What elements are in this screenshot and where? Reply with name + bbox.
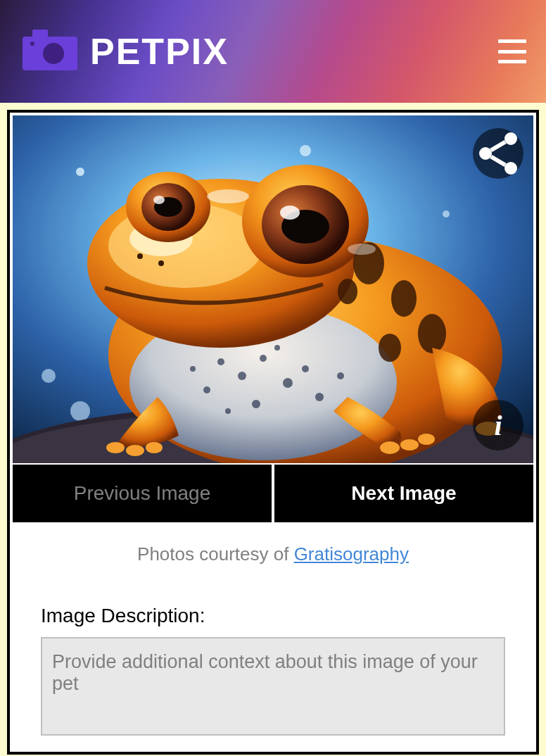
svg-point-3 bbox=[30, 42, 34, 46]
svg-point-26 bbox=[190, 366, 196, 372]
next-image-button[interactable]: Next Image bbox=[274, 465, 533, 522]
photo-credit-prefix: Photos courtesy of bbox=[137, 543, 294, 565]
svg-point-47 bbox=[418, 434, 435, 445]
svg-point-42 bbox=[418, 314, 446, 353]
share-button[interactable] bbox=[473, 128, 523, 179]
description-block: Image Description: bbox=[13, 605, 533, 738]
svg-point-35 bbox=[153, 196, 165, 204]
image-nav-row: Previous Image Next Image bbox=[13, 465, 533, 522]
svg-point-56 bbox=[504, 132, 517, 145]
svg-point-21 bbox=[203, 386, 210, 393]
svg-point-19 bbox=[260, 355, 267, 362]
svg-point-23 bbox=[252, 400, 260, 408]
svg-point-49 bbox=[126, 445, 144, 456]
svg-point-46 bbox=[400, 439, 419, 451]
info-icon: i bbox=[494, 409, 502, 442]
svg-point-58 bbox=[504, 162, 517, 175]
svg-point-24 bbox=[225, 408, 231, 414]
photo-credit-link[interactable]: Gratisography bbox=[294, 543, 409, 565]
svg-point-20 bbox=[283, 378, 293, 388]
svg-point-54 bbox=[207, 189, 249, 203]
svg-point-43 bbox=[379, 334, 401, 362]
svg-point-39 bbox=[280, 206, 300, 220]
svg-point-9 bbox=[70, 401, 90, 421]
svg-point-25 bbox=[315, 393, 324, 401]
camera-icon bbox=[23, 30, 77, 73]
svg-point-18 bbox=[238, 372, 246, 380]
svg-point-27 bbox=[337, 372, 344, 379]
svg-point-52 bbox=[137, 253, 143, 259]
svg-point-55 bbox=[348, 244, 376, 255]
svg-point-50 bbox=[146, 442, 163, 453]
svg-point-2 bbox=[43, 43, 64, 64]
svg-point-48 bbox=[106, 442, 125, 453]
photo-credit: Photos courtesy of Gratisography bbox=[13, 543, 533, 565]
svg-point-22 bbox=[302, 365, 309, 372]
logo-wrap: PETPIX bbox=[23, 30, 229, 73]
svg-point-8 bbox=[42, 369, 56, 383]
app-header: PETPIX bbox=[0, 0, 546, 103]
hamburger-menu-button[interactable] bbox=[498, 39, 526, 63]
svg-point-57 bbox=[479, 147, 492, 160]
brand-title: PETPIX bbox=[90, 30, 229, 73]
svg-point-41 bbox=[391, 280, 417, 317]
svg-rect-1 bbox=[32, 30, 48, 39]
info-button[interactable]: i bbox=[473, 400, 523, 451]
previous-image-button: Previous Image bbox=[13, 465, 272, 522]
image-card: i Previous Image Next Image Photos court… bbox=[7, 110, 539, 755]
svg-point-45 bbox=[380, 441, 400, 454]
description-input[interactable] bbox=[41, 637, 505, 736]
svg-point-53 bbox=[158, 260, 164, 266]
svg-point-6 bbox=[300, 145, 311, 156]
svg-point-12 bbox=[443, 210, 450, 218]
svg-point-28 bbox=[274, 345, 280, 351]
svg-point-44 bbox=[338, 279, 357, 304]
pet-image: i bbox=[13, 115, 533, 463]
svg-point-5 bbox=[76, 168, 84, 176]
description-label: Image Description: bbox=[41, 605, 505, 627]
svg-point-17 bbox=[217, 358, 224, 365]
